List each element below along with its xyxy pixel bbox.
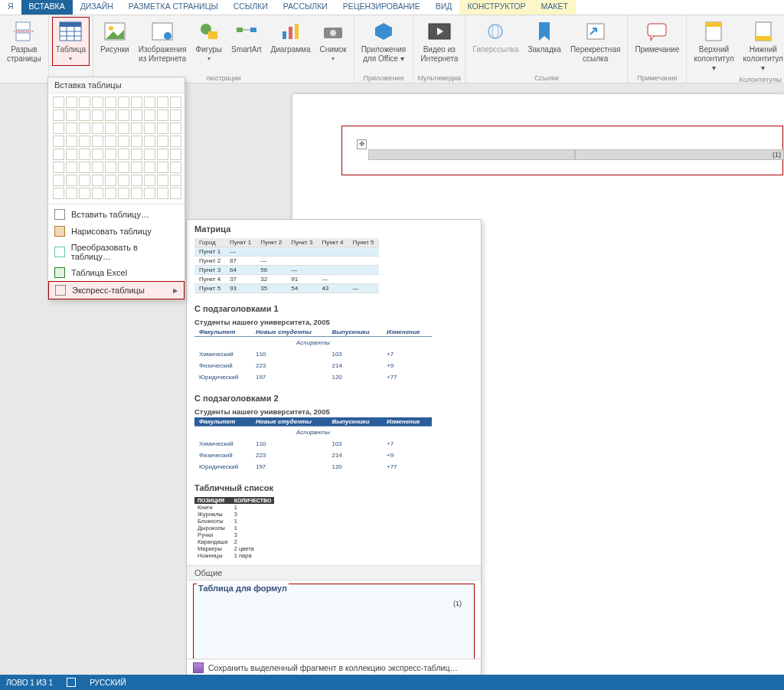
crossref-button[interactable]: Перекрестная ссылка (567, 17, 624, 66)
online-pictures-button[interactable]: Изображения из Интернета (135, 17, 191, 66)
grid-cell[interactable] (131, 96, 142, 108)
quick-tables-scroll[interactable]: Матрица ГородПункт 1Пункт 2Пункт 3Пункт … (187, 220, 481, 659)
tab-review[interactable]: РЕЦЕНЗИРОВАНИЕ (335, 0, 428, 15)
grid-cell[interactable] (92, 123, 103, 134)
status-language[interactable]: РУССКИЙ (90, 679, 126, 687)
table-button[interactable]: Таблица ▾ (52, 17, 90, 66)
grid-cell[interactable] (92, 136, 103, 147)
grid-cell[interactable] (170, 96, 181, 108)
grid-cell[interactable] (53, 149, 64, 160)
table-grid-picker[interactable] (48, 93, 185, 202)
document-table[interactable]: (1) (368, 149, 784, 160)
grid-cell[interactable] (66, 188, 77, 199)
grid-cell[interactable] (53, 96, 64, 108)
grid-cell[interactable] (144, 162, 155, 173)
save-to-gallery[interactable]: Сохранить выделенный фрагмент в коллекци… (187, 659, 481, 676)
grid-cell[interactable] (79, 110, 90, 121)
menu-quick-tables[interactable]: Экспресс-таблицы▶ (48, 281, 185, 299)
grid-cell[interactable] (92, 188, 103, 199)
grid-cell[interactable] (53, 123, 64, 134)
grid-cell[interactable] (118, 110, 129, 121)
grid-cell[interactable] (131, 188, 142, 199)
preview-sub2[interactable]: Студенты нашего университета, 2005 Факул… (194, 407, 473, 473)
grid-cell[interactable] (105, 123, 116, 134)
menu-excel-table[interactable]: Таблица Excel (48, 264, 185, 281)
grid-cell[interactable] (131, 162, 142, 173)
menu-convert-text[interactable]: Преобразовать в таблицу… (48, 240, 185, 264)
grid-cell[interactable] (66, 123, 77, 134)
preview-matrix[interactable]: ГородПункт 1Пункт 2Пункт 3Пункт 4Пункт 5… (194, 238, 473, 293)
grid-cell[interactable] (170, 175, 181, 186)
grid-cell[interactable] (92, 149, 103, 160)
hyperlink-button[interactable]: Гиперссылка (469, 17, 522, 66)
grid-cell[interactable] (131, 123, 142, 134)
grid-cell[interactable] (170, 162, 181, 173)
grid-cell[interactable] (53, 175, 64, 186)
grid-cell[interactable] (66, 96, 77, 108)
grid-cell[interactable] (92, 96, 103, 108)
grid-cell[interactable] (157, 175, 168, 186)
grid-cell[interactable] (144, 110, 155, 121)
grid-cell[interactable] (118, 123, 129, 134)
tab-references[interactable]: ССЫЛКИ (226, 0, 276, 15)
grid-cell[interactable] (144, 149, 155, 160)
grid-cell[interactable] (144, 136, 155, 147)
grid-cell[interactable] (66, 175, 77, 186)
spellcheck-icon[interactable] (67, 678, 76, 687)
pictures-button[interactable]: Рисунки (96, 17, 133, 66)
grid-cell[interactable] (79, 175, 90, 186)
grid-cell[interactable] (79, 96, 90, 108)
grid-cell[interactable] (131, 136, 142, 147)
apps-button[interactable]: Приложения для Office ▾ (358, 17, 410, 66)
grid-cell[interactable] (170, 136, 181, 147)
grid-cell[interactable] (92, 110, 103, 121)
tab-table-layout[interactable]: МАКЕТ (534, 0, 576, 15)
preview-formula-table[interactable]: Таблица для формул (1) (193, 584, 475, 659)
grid-cell[interactable] (105, 175, 116, 186)
grid-cell[interactable] (118, 96, 129, 108)
chart-button[interactable]: Диаграмма (267, 17, 315, 66)
grid-cell[interactable] (157, 136, 168, 147)
grid-cell[interactable] (144, 123, 155, 134)
grid-cell[interactable] (118, 162, 129, 173)
menu-insert-table[interactable]: Вставить таблицу… (48, 206, 185, 223)
grid-cell[interactable] (92, 175, 103, 186)
grid-cell[interactable] (157, 110, 168, 121)
grid-cell[interactable] (157, 123, 168, 134)
grid-cell[interactable] (105, 188, 116, 199)
grid-cell[interactable] (79, 188, 90, 199)
preview-sub1[interactable]: Студенты нашего университета, 2005 Факул… (194, 318, 473, 383)
online-video-button[interactable]: Видео из Интернета (416, 17, 462, 66)
grid-cell[interactable] (157, 96, 168, 108)
grid-cell[interactable] (118, 175, 129, 186)
grid-cell[interactable] (79, 136, 90, 147)
grid-cell[interactable] (131, 110, 142, 121)
smartart-button[interactable]: SmartArt (227, 17, 265, 66)
header-button[interactable]: Верхний колонтитул ▾ (690, 17, 737, 75)
grid-cell[interactable] (170, 110, 181, 121)
tab-view[interactable]: ВИД (428, 0, 460, 15)
grid-cell[interactable] (131, 175, 142, 186)
page-break-button[interactable]: Разрыв страницы (3, 17, 45, 66)
grid-cell[interactable] (118, 149, 129, 160)
grid-cell[interactable] (170, 123, 181, 134)
grid-cell[interactable] (66, 162, 77, 173)
table-move-handle[interactable]: ✥ (357, 139, 367, 149)
footer-button[interactable]: Нижний колонтитул ▾ (740, 17, 784, 75)
grid-cell[interactable] (157, 188, 168, 199)
grid-cell[interactable] (105, 136, 116, 147)
table-cell-2[interactable]: (1) (575, 149, 784, 160)
grid-cell[interactable] (66, 110, 77, 121)
shapes-button[interactable]: Фигуры▾ (192, 17, 226, 66)
tab-table-design[interactable]: КОНСТРУКТОР (459, 0, 533, 15)
comment-button[interactable]: Примечание (631, 17, 683, 57)
tab-design[interactable]: ДИЗАЙН (73, 0, 121, 15)
grid-cell[interactable] (105, 162, 116, 173)
table-cell-1[interactable] (368, 149, 575, 160)
screenshot-button[interactable]: Снимок▾ (316, 17, 351, 66)
grid-cell[interactable] (66, 136, 77, 147)
tab-home-partial[interactable]: Я (0, 0, 21, 15)
grid-cell[interactable] (79, 123, 90, 134)
grid-cell[interactable] (105, 149, 116, 160)
tab-page-layout[interactable]: РАЗМЕТКА СТРАНИЦЫ (121, 0, 226, 15)
